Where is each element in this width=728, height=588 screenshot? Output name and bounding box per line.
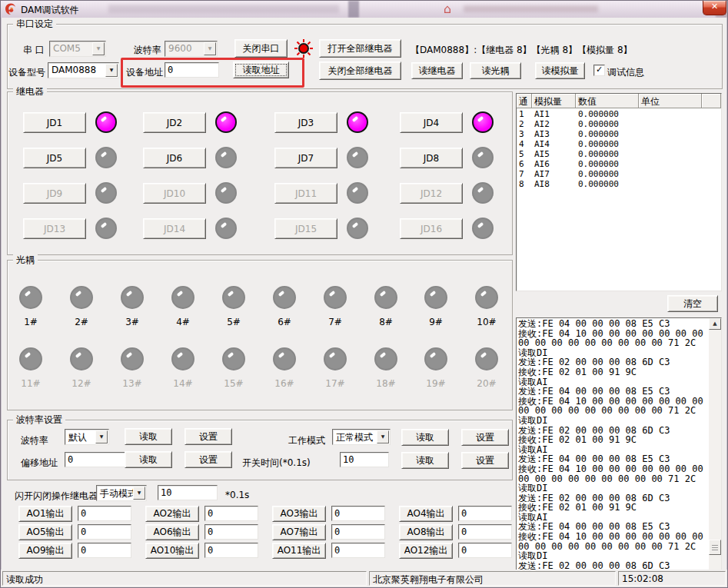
clear-log-button[interactable]: 清空 <box>667 295 718 312</box>
relay-led-jd14 <box>215 218 237 239</box>
device-address-input[interactable] <box>165 62 219 78</box>
relay-button-jd7[interactable]: JD7 <box>274 148 337 168</box>
table-cell: AI4 <box>532 139 576 148</box>
baud-read-button[interactable]: 读取 <box>125 428 172 445</box>
relay-button-jd5[interactable]: JD5 <box>23 148 86 168</box>
close-serial-button[interactable]: 关闭串口 <box>234 39 288 58</box>
open-all-relays-button[interactable]: 打开全部继电器 <box>319 39 401 58</box>
table-cell: AI1 <box>532 109 576 118</box>
ao-output-input-2[interactable] <box>204 506 258 521</box>
relay-button-jd3[interactable]: JD3 <box>274 112 337 133</box>
read-opto-button[interactable]: 读光耦 <box>470 62 521 79</box>
ao-output-input-11[interactable] <box>331 543 385 558</box>
read-analog-button[interactable]: 读模拟量 <box>535 62 585 79</box>
opto-led-1 <box>19 286 42 309</box>
table-cell <box>639 109 702 118</box>
table-cell <box>639 119 702 128</box>
ao-output-input-9[interactable] <box>78 543 131 558</box>
baud-set-button[interactable]: 设置 <box>184 428 232 445</box>
chevron-down-icon: ▼ <box>95 430 108 443</box>
scroll-up-icon[interactable]: ▲ <box>709 318 721 330</box>
log-scrollbar[interactable]: ▲ <box>709 318 721 573</box>
ao-output-input-7[interactable] <box>331 524 385 540</box>
ao-output-input-10[interactable] <box>204 543 258 558</box>
ao-output-input-3[interactable] <box>331 506 385 521</box>
baud-label: 波特率 <box>134 44 161 57</box>
ao-output-button-4[interactable]: AO4输出 <box>399 506 453 522</box>
opto-label-18: 18# <box>369 378 403 389</box>
scrollbar-thumb[interactable] <box>709 540 721 555</box>
flash-mode-select[interactable]: 手动模式 ▼ <box>96 485 147 501</box>
table-cell: 4 <box>517 139 532 148</box>
opto-led-5 <box>222 286 245 309</box>
ao-output-button-11[interactable]: AO11输出 <box>272 543 326 559</box>
work-mode-select[interactable]: 正常模式 ▼ <box>332 429 391 445</box>
ao-output-input-1[interactable] <box>78 506 131 521</box>
port-select-value: COM5 <box>53 43 81 54</box>
relay-button-jd10[interactable]: JD10 <box>143 183 206 204</box>
opto-label-20: 20# <box>470 378 504 389</box>
read-relays-button[interactable]: 读继电器 <box>411 62 463 79</box>
opto-led-10 <box>475 286 498 309</box>
relay-button-jd14[interactable]: JD14 <box>143 218 206 239</box>
ao-output-button-9[interactable]: AO9输出 <box>18 543 72 559</box>
ao-output-input-4[interactable] <box>458 506 512 521</box>
analog-col-header <box>702 94 721 108</box>
relay-led-jd12 <box>472 182 494 204</box>
relay-led-jd5 <box>95 147 117 168</box>
baud-settings-group-label: 波特率设置 <box>13 414 65 425</box>
ao-output-button-8[interactable]: AO8输出 <box>399 524 453 540</box>
relay-button-jd15[interactable]: JD15 <box>274 218 337 239</box>
relay-led-jd9 <box>95 182 117 204</box>
relay-button-jd16[interactable]: JD16 <box>400 218 463 239</box>
ao-output-button-10[interactable]: AO10输出 <box>145 543 199 559</box>
ao-output-input-5[interactable] <box>78 524 131 540</box>
ao-output-input-12[interactable] <box>458 543 512 558</box>
ao-output-button-3[interactable]: AO3输出 <box>272 506 326 522</box>
ao-output-button-7[interactable]: AO7输出 <box>272 524 326 540</box>
relay-button-jd8[interactable]: JD8 <box>400 148 463 168</box>
switch-time-set-button[interactable]: 设置 <box>461 452 509 469</box>
relay-button-jd9[interactable]: JD9 <box>23 183 86 204</box>
offset-read-button[interactable]: 读取 <box>125 451 172 468</box>
ao-output-button-5[interactable]: AO5输出 <box>18 524 72 540</box>
debug-info-checkbox[interactable]: ✓ <box>593 65 605 76</box>
ao-output-button-1[interactable]: AO1输出 <box>18 506 72 522</box>
read-address-button[interactable]: 读取地址 <box>233 61 289 78</box>
ao-output-input-6[interactable] <box>204 524 258 540</box>
chevron-down-icon: ▼ <box>133 487 145 500</box>
table-row: 6AI60.000000 <box>517 159 721 168</box>
switch-time-read-button[interactable]: 读取 <box>401 452 449 469</box>
analog-col-header: 单位 <box>639 94 702 108</box>
ao-output-input-8[interactable] <box>458 524 512 540</box>
model-select-value: DAM0888 <box>52 65 96 75</box>
offset-set-button[interactable]: 设置 <box>184 451 232 468</box>
relay-button-jd12[interactable]: JD12 <box>400 183 463 204</box>
background-window-artifact <box>348 1 359 18</box>
relay-button-jd1[interactable]: JD1 <box>23 112 86 133</box>
baud-select-value: 9600 <box>168 43 192 54</box>
opto-label-10: 10# <box>470 317 504 327</box>
table-cell: AI5 <box>532 149 576 158</box>
flash-time-input[interactable] <box>158 485 218 500</box>
relay-button-jd11[interactable]: JD11 <box>274 183 337 204</box>
ao-output-button-2[interactable]: AO2输出 <box>145 506 199 522</box>
analog-col-header: 数值 <box>576 94 639 108</box>
work-mode-label: 工作模式 <box>288 434 325 447</box>
ao-output-button-6[interactable]: AO6输出 <box>145 524 199 540</box>
model-label: 设备型号 <box>8 66 45 79</box>
model-select[interactable]: DAM0888 ▼ <box>48 62 119 78</box>
offset-address-input[interactable] <box>65 452 129 467</box>
ao-output-button-12[interactable]: AO12输出 <box>399 543 453 559</box>
work-mode-read-button[interactable]: 读取 <box>401 429 449 446</box>
close-button[interactable]: ✕ <box>703 1 726 15</box>
close-all-relays-button[interactable]: 关闭全部继电器 <box>319 61 401 80</box>
relay-button-jd13[interactable]: JD13 <box>23 218 86 239</box>
relay-button-jd6[interactable]: JD6 <box>143 148 206 168</box>
work-mode-set-button[interactable]: 设置 <box>461 429 509 446</box>
switch-time-input[interactable] <box>340 452 389 467</box>
log-box: 发送:FE 04 00 00 00 08 E5 C3 接收:FE 04 10 0… <box>516 317 722 573</box>
baud-setting-select[interactable]: 默认 ▼ <box>65 429 109 445</box>
relay-button-jd4[interactable]: JD4 <box>400 112 463 133</box>
relay-button-jd2[interactable]: JD2 <box>143 112 206 133</box>
